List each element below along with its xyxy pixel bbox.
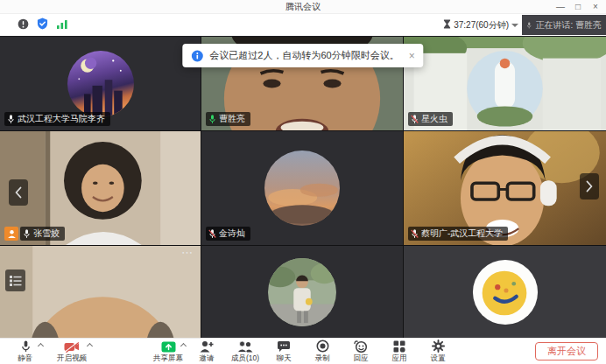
name-label: 武汉工程大学马院李齐 [4, 112, 110, 126]
settings-button[interactable]: 设置 [419, 339, 456, 364]
name-label: 张雪姣 [20, 227, 65, 241]
next-page-button[interactable] [580, 173, 599, 200]
mic-muted-icon [411, 114, 419, 124]
participant-name: 张雪姣 [33, 228, 60, 240]
mic-muted-icon [411, 228, 419, 239]
mic-speaking-icon [208, 114, 216, 124]
active-speaker-box: 正在讲话: 曹胜亮 [522, 15, 606, 35]
layout-list-view-button[interactable] [5, 270, 25, 291]
mic-on-icon [7, 114, 15, 124]
participant-name: 蔡明广-武汉工程大学 [421, 228, 503, 240]
mic-icon [21, 340, 31, 353]
avatar-smiley [471, 258, 539, 326]
invite-button[interactable]: 邀请 [188, 339, 225, 364]
participant-tile-host[interactable]: 张雪姣 [0, 131, 201, 245]
hourglass-icon [443, 19, 451, 31]
invite-label: 邀请 [200, 354, 215, 364]
status-right: 37:27(60分钟) [443, 19, 518, 32]
notification-banner: 会议已超过2人，自动转为60分钟限时会议。 × [182, 44, 423, 67]
mic-on-icon [23, 228, 31, 239]
avatar [67, 51, 134, 117]
security-shield-icon[interactable] [37, 18, 48, 33]
list-view-icon [9, 274, 23, 288]
mic-icon [526, 20, 532, 31]
share-screen-label: 共享屏幕 [153, 354, 183, 364]
share-screen-button[interactable]: 共享屏幕 [150, 339, 187, 364]
network-signal-icon[interactable] [56, 18, 68, 33]
participant-tile[interactable]: 金诗灿 [201, 131, 403, 245]
timer-text: 37:27(60分钟) [454, 19, 509, 32]
participant-tile[interactable] [404, 246, 606, 338]
meeting-window: 腾讯会议 — □ × 37:27(60分钟) 正在讲话: 曹胜亮 会议已超过2人… [0, 0, 606, 364]
close-button[interactable]: × [587, 0, 604, 14]
reactions-button[interactable]: 回应 [342, 339, 379, 364]
video-grid: 武汉工程大学马院李齐 曹胜亮 [0, 37, 606, 338]
chevron-right-icon [585, 180, 594, 192]
members-label: 成员(10) [231, 354, 259, 364]
toolbar-center-group: 共享屏幕 邀请 成员(10) 聊天 录制 回应 [150, 339, 456, 364]
mic-options-chevron-icon[interactable] [38, 343, 44, 349]
maximize-button[interactable]: □ [569, 0, 587, 14]
minimize-button[interactable]: — [552, 0, 569, 14]
camera-off-icon [64, 340, 80, 353]
reaction-smiley-icon [354, 340, 368, 353]
participant-tile[interactable]: 武汉工程大学马院李齐 [0, 37, 201, 130]
avatar [268, 258, 336, 326]
participant-name: 金诗灿 [219, 228, 245, 240]
start-video-label: 开启视频 [57, 354, 87, 364]
mute-button[interactable]: 静音 [7, 339, 44, 364]
banner-close-icon[interactable]: × [409, 50, 415, 62]
window-title: 腾讯会议 [285, 1, 321, 13]
participant-name: 星火虫 [421, 113, 447, 125]
members-button[interactable]: 成员(10) [227, 339, 264, 364]
leave-meeting-button[interactable]: 离开会议 [535, 342, 598, 360]
participant-name: 曹胜亮 [219, 113, 245, 125]
status-icons [18, 18, 68, 33]
start-video-button[interactable]: 开启视频 [51, 339, 93, 364]
participant-tile[interactable]: ⋯ [0, 246, 201, 338]
reactions-label: 回应 [354, 354, 369, 364]
record-label: 录制 [315, 354, 330, 364]
participant-tile[interactable] [201, 246, 403, 338]
record-icon [316, 340, 329, 353]
mute-label: 静音 [18, 354, 33, 364]
chat-button[interactable]: 聊天 [265, 339, 302, 364]
info-icon [191, 50, 203, 62]
members-icon [237, 340, 253, 353]
apps-label: 应用 [392, 354, 407, 364]
meeting-timer[interactable]: 37:27(60分钟) [443, 19, 518, 32]
chat-bubble-icon [277, 340, 291, 353]
apps-button[interactable]: 应用 [381, 339, 418, 364]
participant-tile[interactable]: 蔡明广-武汉工程大学 [404, 131, 606, 245]
tile-more-icon[interactable]: ⋯ [181, 248, 194, 257]
status-bar: 37:27(60分钟) [0, 14, 606, 36]
active-speaker-text: 正在讲话: 曹胜亮 [535, 19, 602, 32]
record-button[interactable]: 录制 [304, 339, 341, 364]
gear-icon [432, 340, 445, 353]
invite-person-icon [200, 340, 214, 353]
apps-grid-icon [393, 340, 405, 353]
settings-label: 设置 [431, 354, 446, 364]
mic-muted-icon [208, 228, 216, 239]
share-options-chevron-icon[interactable] [180, 343, 187, 349]
notice-icon[interactable] [18, 18, 29, 33]
video-options-chevron-icon[interactable] [87, 343, 93, 349]
titlebar: 腾讯会议 — □ × [0, 0, 606, 14]
participant-name: 武汉工程大学马院李齐 [18, 113, 105, 125]
chevron-down-icon [511, 24, 518, 27]
video-feed [0, 246, 201, 338]
share-screen-icon [161, 340, 176, 353]
participant-tile[interactable]: 星火虫 [404, 37, 606, 130]
window-controls: — □ × [552, 0, 604, 14]
name-label: 金诗灿 [206, 227, 250, 241]
prev-page-button[interactable] [9, 179, 28, 206]
chat-label: 聊天 [277, 354, 292, 364]
name-label: 星火虫 [408, 112, 453, 126]
name-label: 蔡明广-武汉工程大学 [408, 227, 508, 241]
chevron-left-icon [14, 186, 23, 199]
avatar [264, 150, 340, 226]
host-badge-icon [4, 227, 18, 241]
toolbar-left-group: 静音 开启视频 [7, 339, 93, 364]
name-label: 曹胜亮 [206, 112, 250, 126]
bottom-toolbar: 静音 开启视频 共享屏幕 邀请 成员(10) [0, 338, 606, 364]
